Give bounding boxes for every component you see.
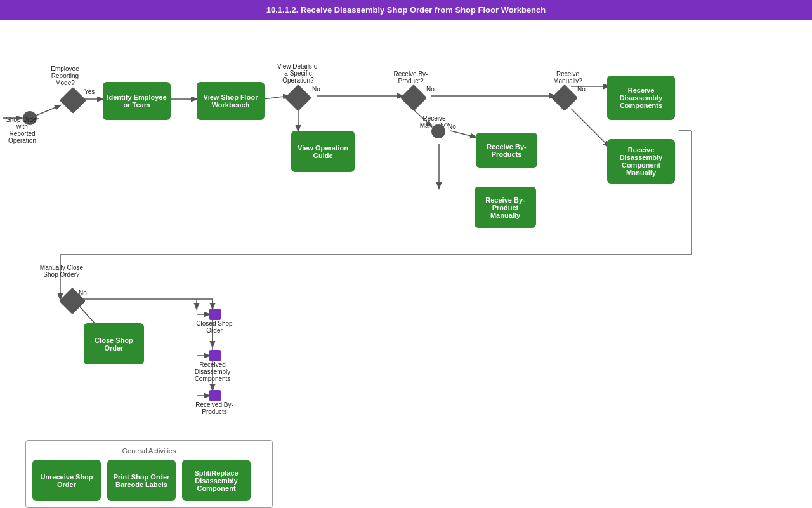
received-by-products-label: Received By-Products	[195, 401, 233, 415]
no4-label: No	[448, 123, 456, 130]
employee-mode-label: Employee Reporting Mode?	[44, 65, 86, 86]
receive-by-product-diamond	[400, 84, 427, 111]
no2-label: No	[426, 86, 435, 93]
manually-close-label: Manually Close Shop Order?	[39, 264, 84, 278]
yes-label: Yes	[84, 88, 95, 95]
split-replace-box[interactable]: Split/Replace Disassembly Component	[182, 460, 251, 501]
receive-by-products-box[interactable]: Receive By-Products	[476, 133, 537, 168]
page-title: 10.1.1.2. Receive Disassembly Shop Order…	[0, 0, 812, 20]
svg-line-10	[450, 131, 476, 137]
view-operation-box[interactable]: View Operation Guide	[291, 131, 355, 172]
closed-shop-order-label: Closed Shop Order	[195, 320, 233, 334]
no3-label: No	[577, 86, 586, 93]
view-shop-floor-box[interactable]: View Shop Floor Workbench	[197, 82, 265, 120]
received-by-products-icon	[209, 390, 221, 401]
svg-line-8	[571, 109, 609, 147]
view-details-label: View Details of a Specific Operation?	[276, 63, 320, 84]
receive-disassembly-components-box[interactable]: Receive Disassembly Components	[607, 76, 675, 120]
general-activities-box: General Activities Unreceive Shop Order …	[25, 440, 273, 508]
receive-by-product-manually-box[interactable]: Receive By-Product Manually	[475, 187, 536, 228]
receive-disassembly-manually-box[interactable]: Receive Disassembly Component Manually	[607, 139, 675, 184]
received-disassembly-icon	[209, 350, 221, 361]
employee-diamond	[60, 87, 86, 114]
close-shop-order-box[interactable]: Close Shop Order	[84, 323, 144, 364]
closed-shop-order-icon	[209, 309, 221, 320]
no1-label: No	[312, 86, 320, 93]
print-barcode-box[interactable]: Print Shop Order Barcode Labels	[107, 460, 176, 501]
start-label: Shop Order with Reported Operation	[3, 116, 41, 144]
received-disassembly-label: Received Disassembly Components	[190, 361, 235, 382]
identify-employee-box[interactable]: Identify Employee or Team	[103, 82, 171, 120]
unreceive-box[interactable]: Unreceive Shop Order	[32, 460, 101, 501]
receive-manually2-circle	[431, 124, 445, 138]
no5-label: No	[79, 290, 87, 297]
receive-by-product-label: Receive By-Product?	[390, 70, 431, 84]
general-activities-buttons: Unreceive Shop Order Print Shop Order Ba…	[32, 460, 266, 501]
diagram-area: Shop Order with Reported Operation Emplo…	[0, 20, 812, 508]
receive-manually-diamond	[551, 84, 578, 111]
view-details-diamond	[285, 84, 311, 111]
receive-manually-label: Receive Manually?	[549, 70, 587, 84]
general-activities-title: General Activities	[32, 447, 266, 455]
